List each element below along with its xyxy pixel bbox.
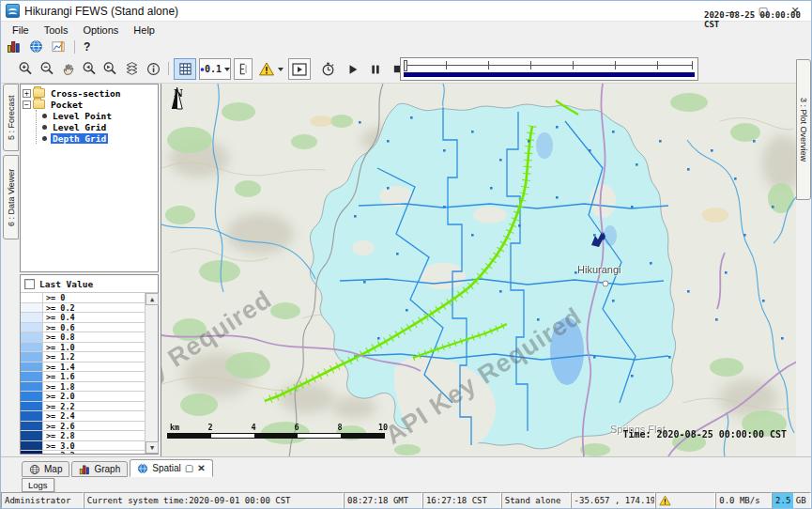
scroll-down-icon[interactable]: ▼ (146, 441, 159, 454)
legend-swatch (21, 441, 43, 451)
timeline-track (406, 65, 693, 66)
stopwatch-icon[interactable] (320, 58, 336, 80)
grid-icon[interactable] (174, 58, 196, 80)
status-local-time: 16:27:18 CST (422, 492, 501, 509)
menu-options[interactable]: Options (75, 23, 126, 37)
legend-row: >= 2.2 (21, 402, 145, 412)
legend-swatch (21, 332, 43, 342)
zoom-out-icon[interactable] (39, 58, 55, 80)
tab-graph[interactable]: Graph (71, 461, 128, 477)
legend-row: >= 2.8 (21, 431, 145, 441)
legend-label: >= 1.6 (43, 372, 145, 381)
pan-hand-icon[interactable] (61, 58, 77, 80)
legend-label: >= 2.4 (43, 411, 145, 421)
legend-header: Last Value (21, 275, 158, 293)
toolbar-separator (74, 40, 75, 54)
legend-row: >= 0.4 (21, 313, 145, 323)
info-icon[interactable] (146, 58, 161, 80)
tree-item-label-selected: Depth Grid (51, 133, 108, 144)
legend-row: >= 3.2 (21, 451, 145, 454)
zoom-in-icon[interactable] (18, 58, 34, 80)
timeline-tick (446, 61, 447, 69)
expand-icon[interactable]: + (23, 89, 31, 98)
app-window: Hikurangi FEWS (Stand alone) — ▢ ✕ File … (0, 0, 812, 509)
toolbar-separator (168, 62, 169, 75)
legend-label: >= 2.8 (43, 431, 145, 440)
legend-label: >= 2.2 (43, 402, 145, 411)
legend-label: >= 2.6 (43, 422, 145, 431)
tree-item-level-point[interactable]: Level Point (40, 110, 156, 121)
last-value-checkbox[interactable] (24, 279, 35, 289)
menu-file[interactable]: File (5, 23, 37, 37)
timeline-slider[interactable] (400, 57, 698, 81)
timeline-tick (615, 61, 616, 69)
menu-bar: File Tools Options Help (1, 22, 811, 39)
contour-icon[interactable] (234, 58, 253, 80)
tree-item-label: Cross-section (49, 88, 122, 99)
spatial-display-icon[interactable] (52, 39, 66, 54)
status-bar: Administrator Current system time:2020-0… (1, 492, 811, 509)
globe-icon[interactable] (29, 39, 43, 54)
spatial-globe-icon (137, 463, 148, 474)
legend-swatch (21, 451, 43, 454)
scale-tick: 4 (251, 423, 255, 432)
menu-help[interactable]: Help (126, 23, 162, 37)
tree-item-label: Level Grid (51, 122, 108, 132)
leaf-bullet-icon (42, 114, 47, 118)
animation-icon[interactable] (288, 58, 311, 80)
status-warning (655, 492, 715, 509)
collapse-icon[interactable]: − (23, 100, 31, 109)
timeline-tick (573, 61, 574, 69)
legend-row: >= 2.0 (21, 392, 145, 402)
help-icon[interactable]: ? (84, 40, 90, 54)
legend-scrollbar[interactable]: ▲ ▼ (145, 293, 158, 454)
close-tab-icon[interactable]: ✕ (197, 463, 205, 473)
play-icon[interactable] (346, 58, 360, 80)
north-arrow: N (171, 87, 186, 100)
leaf-bullet-icon (42, 136, 47, 141)
scale-tick: 6 (294, 423, 299, 432)
right-tab-strip: 3 : Plot Overview (796, 57, 812, 456)
place-label-hikurangi: Hikurangi (577, 264, 620, 275)
interval-value: 0.1 (205, 64, 222, 74)
scale-bar: km 2 4 6 8 10 (167, 423, 402, 443)
zoom-previous-icon[interactable] (82, 58, 98, 80)
legend-row: >= 2.6 (21, 422, 145, 432)
menu-tools[interactable]: Tools (37, 23, 76, 37)
timeline-handle[interactable] (404, 60, 407, 71)
tab-graph-label: Graph (94, 464, 120, 474)
scroll-up-icon[interactable]: ▲ (146, 293, 159, 305)
legend-row: >= 0.6 (21, 323, 145, 333)
chevron-down-icon (278, 68, 283, 71)
timeline-tick (488, 61, 489, 69)
tab-plot-overview[interactable]: 3 : Plot Overview (796, 59, 811, 200)
undock-icon[interactable]: ▢ (185, 463, 193, 473)
tree-item-label: Pocket (49, 100, 84, 110)
tree-item-cross-section[interactable]: + Cross-section (23, 87, 156, 99)
status-memory: 2.5 GB (772, 492, 811, 509)
layers-icon[interactable] (124, 58, 140, 80)
tree-item-level-grid[interactable]: Level Grid (40, 121, 156, 132)
logs-button[interactable]: Logs (22, 478, 54, 492)
interval-dropdown[interactable]: 0.1 (199, 58, 231, 80)
legend-swatch (21, 411, 43, 421)
tree-item-pocket[interactable]: − Pocket (23, 99, 156, 110)
tab-spatial[interactable]: Spatial ▢ ✕ (130, 459, 212, 477)
pause-icon[interactable] (369, 58, 382, 80)
tree-item-depth-grid[interactable]: Depth Grid (40, 132, 156, 144)
tree-item-label: Level Point (51, 111, 114, 121)
zoom-next-icon[interactable] (102, 58, 118, 80)
window-title: Hikurangi FEWS (Stand alone) (24, 5, 178, 18)
import-chart-icon[interactable] (7, 39, 21, 54)
legend-swatch (21, 362, 43, 372)
tab-forecast[interactable]: 5 : Forecast (3, 84, 19, 151)
warning-dropdown[interactable] (256, 58, 284, 80)
folder-icon (33, 88, 45, 98)
legend-swatch (21, 382, 43, 392)
status-gmt-time: 08:27:18 GMT (344, 492, 422, 509)
legend-label: >= 0.6 (43, 323, 145, 332)
tab-map[interactable]: Map (22, 461, 69, 477)
map-time-label: Time: 2020-08-25 00:00:00 CST (622, 429, 787, 440)
map-view[interactable]: N API Key Required API Key Required Hiku… (161, 84, 796, 456)
tab-data-viewer[interactable]: 6 : Data Viewer (3, 155, 19, 239)
